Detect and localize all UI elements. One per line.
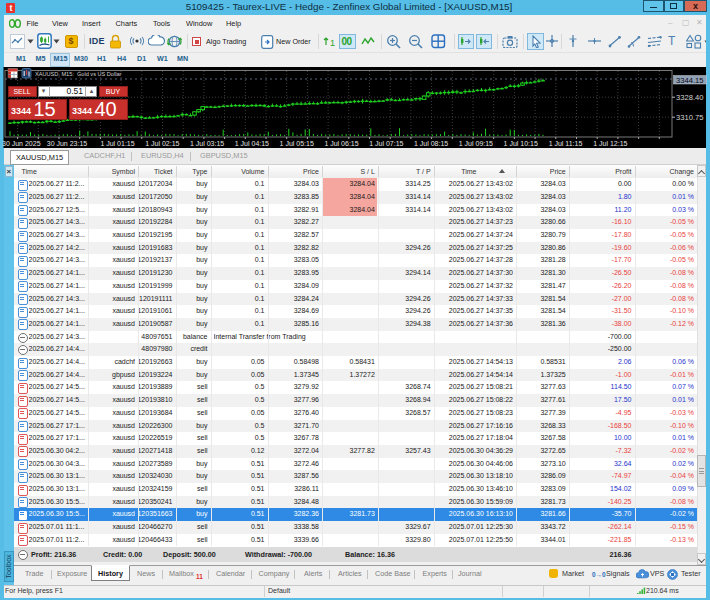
svg-text:30 Jun 2025: 30 Jun 2025 bbox=[2, 140, 41, 147]
svg-text:1 Jul 12:15: 1 Jul 12:15 bbox=[593, 140, 627, 147]
svg-text:1 Jul 05:15: 1 Jul 05:15 bbox=[280, 140, 314, 147]
svg-text:3328.40: 3328.40 bbox=[676, 93, 703, 102]
svg-text:1 Jul 10:15: 1 Jul 10:15 bbox=[504, 140, 538, 147]
svg-text:1 Jul 11:15: 1 Jul 11:15 bbox=[549, 140, 583, 147]
svg-text:XAUUSD, M15: Gold vs US Dolla: XAUUSD, M15: Gold vs US Dollar bbox=[35, 71, 122, 77]
svg-text:1 Jul 04:15: 1 Jul 04:15 bbox=[235, 140, 269, 147]
svg-text:1 Jul 03:15: 1 Jul 03:15 bbox=[190, 140, 224, 147]
svg-text:3310.75: 3310.75 bbox=[676, 113, 703, 122]
svg-text:30 Jun 23:15: 30 Jun 23:15 bbox=[47, 140, 88, 147]
svg-text:1 Jul 06:15: 1 Jul 06:15 bbox=[324, 140, 358, 147]
svg-text:1 Jul 08:15: 1 Jul 08:15 bbox=[414, 140, 448, 147]
svg-text:3344.15: 3344.15 bbox=[676, 76, 703, 85]
svg-text:1 Jul 01:15: 1 Jul 01:15 bbox=[100, 140, 134, 147]
svg-text:1 Jul 09:15: 1 Jul 09:15 bbox=[459, 140, 493, 147]
svg-text:1 Jul 07:15: 1 Jul 07:15 bbox=[369, 140, 403, 147]
svg-text:1 Jul 02:15: 1 Jul 02:15 bbox=[145, 140, 179, 147]
